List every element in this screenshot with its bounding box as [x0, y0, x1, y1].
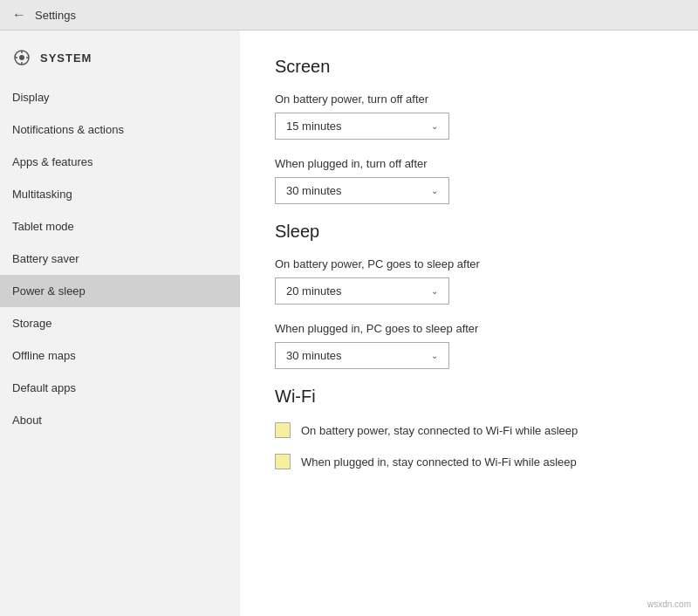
sidebar-item-offline-maps[interactable]: Offline maps: [0, 339, 240, 372]
wifi-plugged-item: When plugged in, stay connected to Wi-Fi…: [275, 454, 663, 469]
screen-battery-dropdown-container: On battery power, turn off after 15 minu…: [275, 92, 663, 140]
sleep-plugged-dropdown[interactable]: 30 minutes ⌄: [275, 342, 449, 369]
wifi-section: Wi-Fi On battery power, stay connected t…: [275, 387, 663, 469]
sidebar-item-apps-features[interactable]: Apps & features: [0, 146, 240, 178]
back-button[interactable]: ←: [12, 7, 26, 23]
title-bar: ← Settings: [0, 0, 698, 31]
chevron-down-icon: ⌄: [431, 121, 438, 131]
sidebar-item-about[interactable]: About: [0, 404, 240, 436]
sleep-plugged-value: 30 minutes: [286, 349, 342, 362]
sidebar-item-tablet-mode[interactable]: Tablet mode: [0, 210, 240, 243]
wifi-battery-item: On battery power, stay connected to Wi-F…: [275, 422, 663, 438]
system-icon: [12, 48, 31, 67]
screen-plugged-label: When plugged in, turn off after: [275, 157, 663, 170]
sidebar-item-notifications[interactable]: Notifications & actions: [0, 113, 240, 146]
sleep-battery-label: On battery power, PC goes to sleep after: [275, 257, 663, 270]
sleep-battery-dropdown[interactable]: 20 minutes ⌄: [275, 277, 449, 305]
sidebar-header: SYSTEM: [0, 39, 240, 81]
screen-battery-label: On battery power, turn off after: [275, 92, 663, 106]
wifi-battery-checkbox[interactable]: [275, 422, 291, 438]
screen-battery-dropdown[interactable]: 15 minutes ⌄: [275, 113, 449, 140]
sidebar-item-battery-saver[interactable]: Battery saver: [0, 243, 240, 275]
sidebar-item-display[interactable]: Display: [0, 81, 240, 113]
screen-section: Screen On battery power, turn off after …: [275, 57, 663, 204]
sleep-section: Sleep On battery power, PC goes to sleep…: [275, 222, 663, 369]
wifi-plugged-label: When plugged in, stay connected to Wi-Fi…: [301, 455, 577, 469]
screen-battery-value: 15 minutes: [286, 120, 342, 133]
screen-plugged-dropdown[interactable]: 30 minutes ⌄: [275, 177, 449, 204]
svg-point-1: [19, 55, 24, 60]
wifi-section-title: Wi-Fi: [275, 387, 663, 407]
watermark: wsxdn.com: [647, 599, 691, 609]
chevron-down-icon: ⌄: [431, 286, 438, 296]
screen-section-title: Screen: [275, 57, 663, 77]
sleep-section-title: Sleep: [275, 222, 663, 242]
sidebar-item-storage[interactable]: Storage: [0, 307, 240, 339]
content-area: Screen On battery power, turn off after …: [240, 31, 698, 616]
sidebar-title: SYSTEM: [40, 51, 92, 65]
chevron-down-icon: ⌄: [431, 351, 438, 360]
sleep-plugged-dropdown-container: When plugged in, PC goes to sleep after …: [275, 322, 663, 369]
title-bar-text: Settings: [35, 9, 76, 22]
sleep-plugged-label: When plugged in, PC goes to sleep after: [275, 322, 663, 335]
screen-plugged-value: 30 minutes: [286, 184, 342, 197]
sleep-battery-dropdown-container: On battery power, PC goes to sleep after…: [275, 257, 663, 305]
sidebar: SYSTEM Display Notifications & actions A…: [0, 31, 240, 616]
screen-plugged-dropdown-container: When plugged in, turn off after 30 minut…: [275, 157, 663, 204]
sidebar-item-power-sleep[interactable]: Power & sleep: [0, 275, 240, 307]
wifi-plugged-checkbox[interactable]: [275, 454, 291, 469]
sidebar-item-default-apps[interactable]: Default apps: [0, 372, 240, 404]
wifi-battery-label: On battery power, stay connected to Wi-F…: [301, 424, 578, 437]
chevron-down-icon: ⌄: [431, 186, 438, 195]
sleep-battery-value: 20 minutes: [286, 284, 342, 298]
main-container: SYSTEM Display Notifications & actions A…: [0, 31, 698, 616]
sidebar-item-multitasking[interactable]: Multitasking: [0, 178, 240, 210]
